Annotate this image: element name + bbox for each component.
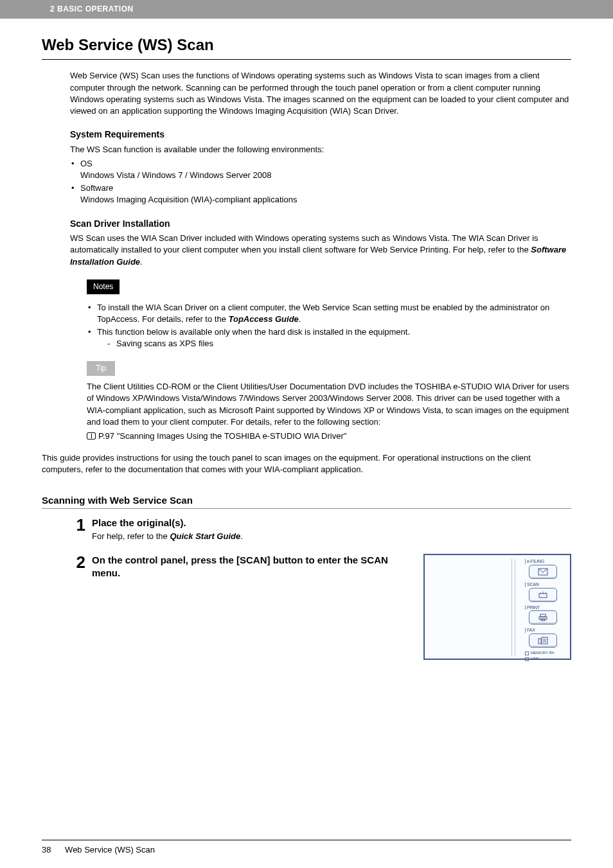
notes-item-1: To install the WIA Scan Driver on a clie… [87,302,571,325]
os-label: OS [80,159,93,168]
print-button [529,610,557,624]
step-2-title: On the control panel, press the [SCAN] b… [92,554,411,579]
panel-screen-area [429,559,512,657]
step-1-number: 1 [70,517,92,542]
step-1: 1 Place the original(s). For help, refer… [70,517,571,542]
print-icon [538,614,547,621]
scan-driver-body: WS Scan uses the WIA Scan Driver include… [70,233,571,268]
quick-start-guide-ref: Quick Start Guide [170,531,240,541]
page-title: Web Service (WS) Scan [42,34,571,56]
sysreq-lead: The WS Scan function is available under … [70,144,571,155]
panel-divider [515,559,515,657]
fax-label: FAX [525,628,566,633]
line-indicator: LINE [525,657,566,661]
page-number: 38 [42,844,51,856]
svg-rect-5 [538,639,541,644]
memory-rx-indicator: MEMORY RX [525,651,566,655]
scan-icon [538,591,548,599]
envelope-icon [538,568,548,576]
software-label: Software [80,183,113,193]
notes-item-2-sub: Saving scans as XPS files [97,338,571,350]
driver-text-post: . [140,257,143,267]
memory-rx-label: MEMORY RX [531,651,555,655]
tip-label: Tip [87,361,115,376]
indicator-box-icon [525,657,529,661]
step-1-text: For help, refer to the Quick Start Guide… [92,531,571,542]
scan-button [529,588,557,602]
notes-item-2: This function below is available only wh… [87,326,571,350]
subsection-heading: Scanning with Web Service Scan [42,493,571,509]
step1-post: . [240,531,243,541]
tip-body: The Client Utilities CD-ROM or the Clien… [87,381,571,428]
software-value: Windows Imaging Acquisition (WIA)-compli… [80,195,297,204]
notes1-post: . [299,314,301,324]
footer-title: Web Service (WS) Scan [65,845,155,855]
svg-rect-2 [540,614,546,617]
driver-text-pre: WS Scan uses the WIA Scan Driver include… [70,233,538,254]
guide-note: This guide provides instructions for usi… [42,452,571,475]
step-2: 2 On the control panel, press the [SCAN]… [70,554,571,660]
indicator-box-icon [525,651,529,655]
os-value: Windows Vista / Windows 7 / Windows Serv… [80,170,271,180]
svg-rect-1 [539,594,547,598]
step1-pre: For help, refer to the [92,531,170,541]
system-requirements-heading: System Requirements [70,128,571,141]
topaccess-guide-ref: TopAccess Guide [228,314,298,324]
notes-label: Notes [87,279,120,294]
fax-button [529,633,557,648]
step-1-title: Place the original(s). [92,517,571,529]
intro-paragraph: Web Service (WS) Scan uses the functions… [70,70,571,117]
efiling-label: e-FILING [525,559,566,564]
control-panel-illustration: e-FILING SCAN [423,554,571,660]
step-2-number: 2 [70,554,92,660]
line-label: LINE [531,657,539,661]
fax-icon [538,637,548,644]
title-rule [42,59,571,60]
book-icon [87,432,96,439]
sysreq-list: OS Windows Vista / Windows 7 / Windows S… [70,158,571,206]
notes2-text: This function below is available only wh… [97,327,410,337]
print-label: PRINT [525,605,566,610]
chapter-header: 2 BASIC OPERATION [0,0,613,19]
tip-ref-text: P.97 "Scanning Images Using the TOSHIBA … [98,431,346,441]
scan-driver-heading: Scan Driver Installation [70,218,571,231]
scan-label: SCAN [525,582,566,587]
tip-reference: P.97 "Scanning Images Using the TOSHIBA … [87,430,571,442]
notes1-pre: To install the WIA Scan Driver on a clie… [97,303,549,324]
page-footer: 38 Web Service (WS) Scan [42,840,571,856]
efiling-button [529,565,557,579]
notes-list: To install the WIA Scan Driver on a clie… [87,302,571,350]
